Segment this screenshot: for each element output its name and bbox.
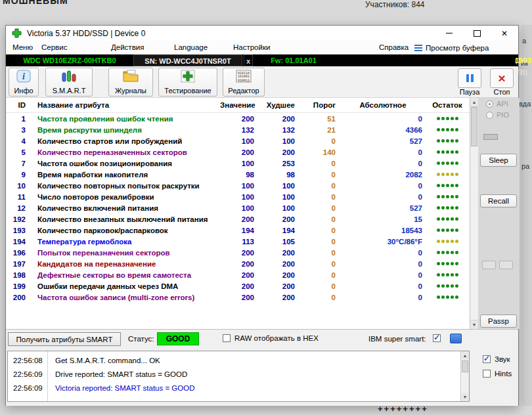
pause-button[interactable]: [458, 68, 481, 88]
menu-item-menu[interactable]: Меню: [10, 41, 35, 55]
scroll-up-icon[interactable]: ▲: [461, 351, 469, 360]
scroll-down-icon[interactable]: ▼: [470, 320, 478, 329]
app-cross-icon: [12, 28, 22, 38]
hints-checkbox[interactable]: Hints: [483, 370, 512, 378]
smart-table-row[interactable]: 193Количество парковок/распарковок194194…: [6, 225, 470, 236]
health-dot: [451, 117, 454, 120]
header-value[interactable]: Значение: [220, 101, 259, 109]
checkbox-icon: [223, 334, 231, 342]
header-attribute-name[interactable]: Название атрибута: [31, 101, 220, 109]
header-absolute[interactable]: Абсолютное: [341, 101, 425, 109]
buffer-list-icon: [414, 45, 422, 51]
menu-item-help[interactable]: Справка: [376, 41, 411, 55]
scrollbar-thumb[interactable]: [462, 360, 468, 372]
health-dot: [441, 240, 445, 243]
header-health[interactable]: Остаток: [425, 101, 470, 109]
smart-table-row[interactable]: 9Время наработки накопителя989802082: [6, 169, 470, 180]
log-box[interactable]: 22:56:08Get S.M.A.R.T. command... OK22:5…: [7, 351, 470, 402]
cell-threshold: 0: [300, 227, 341, 234]
health-dot: [451, 240, 454, 243]
get-smart-button[interactable]: Получить атрибуты SMART: [8, 332, 121, 346]
editor-tab-button[interactable]: 010110 101001 010011 Редактор: [223, 68, 265, 97]
close-button[interactable]: ✕: [491, 26, 518, 41]
cell-worst: 100: [259, 137, 300, 145]
stop-button[interactable]: ✕: [490, 68, 514, 88]
health-dot: [437, 240, 440, 243]
smart-table-header: ID Название атрибута Значение Худшее Пор…: [6, 98, 470, 113]
testing-tab-button[interactable]: Тестирование: [158, 68, 217, 97]
header-threshold[interactable]: Порог: [300, 101, 341, 109]
smart-table-row[interactable]: 11Число повторов рекалибровки10010000: [6, 191, 470, 202]
cell-threshold: 51: [300, 115, 341, 123]
cell-absolute: 0: [341, 294, 425, 301]
log-message: Get S.M.A.R.T. command... OK: [47, 357, 160, 364]
health-dot: [446, 117, 449, 120]
header-id[interactable]: ID: [6, 101, 31, 109]
scroll-down-icon[interactable]: ▼: [461, 393, 469, 401]
sound-checkbox[interactable]: Звук: [483, 355, 510, 363]
buffer-view-button[interactable]: Просмотр буфера: [414, 41, 489, 55]
table-scrollbar[interactable]: ▲ ▼: [470, 98, 478, 329]
recall-button[interactable]: Recall: [480, 194, 517, 207]
cell-id: 1: [6, 115, 31, 123]
testing-label: Тестирование: [164, 87, 211, 95]
health-dot: [441, 195, 445, 198]
cell-threshold: 0: [300, 294, 341, 301]
cell-worst: 100: [259, 193, 300, 201]
info-tab-button[interactable]: i Инфо: [9, 68, 39, 97]
smart-table-row[interactable]: 7Частота ошибок позиционирования10025300: [6, 158, 470, 169]
log-scrollbar[interactable]: ▲ ▼: [460, 351, 469, 401]
small-side-button-2[interactable]: [499, 261, 513, 269]
smart-table-row[interactable]: 199Ошибки передачи данных через DMA20020…: [6, 280, 470, 292]
health-dot: [446, 128, 449, 131]
ibm-smart-color-button[interactable]: [450, 334, 462, 343]
smart-table-row[interactable]: 192Количество внезапных выключений питан…: [6, 213, 470, 225]
smart-table-row[interactable]: 196Попыток переназначения секторов200200…: [6, 247, 470, 258]
sleep-button[interactable]: Sleep: [480, 154, 517, 167]
cell-absolute: 0: [341, 249, 425, 257]
ibm-smart-checkbox[interactable]: [433, 334, 441, 342]
close-icon: ✕: [501, 30, 508, 37]
editor-label: Редактор: [228, 87, 259, 95]
menu-item-service[interactable]: Сервис: [39, 41, 70, 55]
passport-button[interactable]: Passp: [480, 315, 517, 328]
smart-tab-button[interactable]: S.M.A.R.T: [45, 68, 93, 97]
menu-item-language[interactable]: Language: [171, 41, 210, 55]
cell-threshold: 0: [300, 271, 341, 279]
menu-item-actions[interactable]: Действия: [108, 41, 146, 55]
cell-worst: 194: [259, 227, 300, 234]
maximize-button[interactable]: [463, 26, 491, 41]
smart-table-row[interactable]: 5Количество переназначенных секторов2002…: [6, 146, 470, 158]
pio-radio[interactable]: PIO: [486, 111, 509, 119]
health-dot: [446, 217, 449, 221]
title-bar[interactable]: Victoria 5.37 HDD/SSD | Device 0 ✕: [6, 26, 518, 41]
smart-table-row[interactable]: 4Количество стартов или пробуждений10010…: [6, 135, 470, 146]
health-dot: [441, 117, 445, 120]
smart-table-row[interactable]: 1Частота проявления ошибок чтения2002005…: [6, 113, 470, 124]
smart-table-row[interactable]: 10Количество повторных попыток раскрутки…: [6, 180, 470, 191]
smart-table-row[interactable]: 197Кандидатов на переназначение20020000: [6, 258, 470, 269]
header-worst[interactable]: Худшее: [259, 101, 300, 109]
raw-hex-checkbox[interactable]: RAW отображать в HEX: [223, 334, 319, 342]
health-dot: [446, 273, 449, 276]
drive-serial-close[interactable]: x: [244, 55, 253, 66]
smart-table-row[interactable]: 194Температура гермоблока113105030°C/86°…: [6, 236, 470, 247]
small-side-button-1[interactable]: [482, 261, 496, 269]
cell-worst: 253: [259, 160, 300, 167]
cell-value: 100: [220, 182, 259, 190]
health-dot: [437, 206, 440, 209]
smart-table-row[interactable]: 200Частота ошибок записи (multi-zone err…: [6, 292, 470, 303]
smart-table-row[interactable]: 12Количество включений питания1001000527: [6, 202, 470, 213]
scroll-up-icon[interactable]: ▲: [470, 98, 478, 107]
smart-table-row[interactable]: 198Дефектные секторы во время самотеста2…: [6, 269, 470, 280]
cell-absolute: 0: [341, 115, 425, 123]
health-dot: [437, 217, 440, 221]
menu-item-settings[interactable]: Настройки: [231, 41, 273, 55]
api-radio[interactable]: API: [486, 100, 508, 108]
scrollbar-thumb[interactable]: [471, 107, 477, 146]
raw-hex-label: RAW отображать в HEX: [234, 334, 319, 342]
drive-model[interactable]: WDC WD10EZRZ-00HTKB0: [7, 55, 132, 66]
journals-tab-button[interactable]: Журналы: [108, 68, 153, 97]
minimize-button[interactable]: [435, 26, 463, 41]
smart-table-row[interactable]: 3Время раскрутки шпинделя132132214366: [6, 124, 470, 135]
